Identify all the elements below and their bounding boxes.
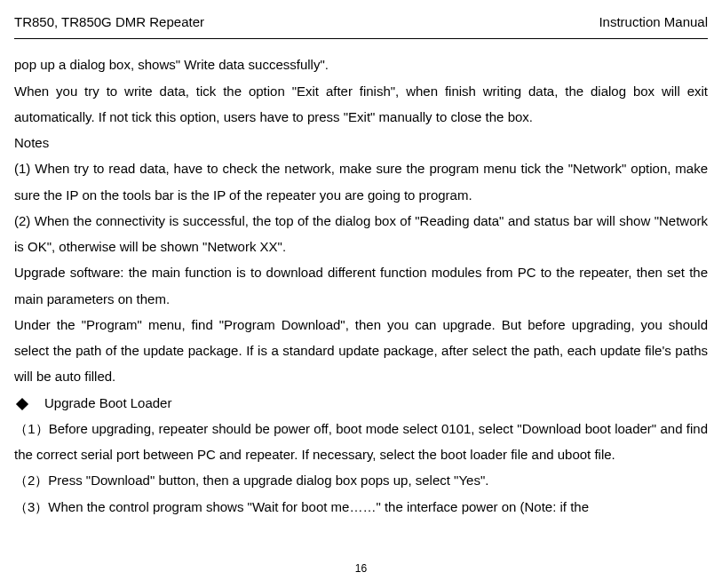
header-right: Instruction Manual [599,9,708,35]
page-number: 16 [0,559,722,579]
paragraph: Upgrade software: the main function is t… [14,259,708,312]
paragraph: When you try to write data, tick the opt… [14,78,708,131]
paragraph: Notes [14,130,708,155]
diamond-bullet-icon [16,397,28,409]
paragraph: （3）When the control program shows "Wait … [14,494,708,520]
page-container: TR850, TR850G DMR Repeater Instruction M… [0,0,722,520]
page-header: TR850, TR850G DMR Repeater Instruction M… [14,9,708,35]
bullet-label: Upgrade Boot Loader [44,390,171,416]
header-left: TR850, TR850G DMR Repeater [14,9,204,35]
paragraph: (1) When try to read data, have to check… [14,155,708,208]
header-divider [14,38,708,39]
paragraph: Under the "Program" menu, find "Program … [14,312,708,390]
paragraph: （1）Before upgrading, repeater should be … [14,416,708,468]
paragraph: (2) When the connectivity is successful,… [14,208,708,260]
paragraph: （2）Press "Download" button, then a upgra… [14,467,708,493]
body-text: pop up a dialog box, shows" Write data s… [14,52,708,520]
bullet-item: Upgrade Boot Loader [14,390,708,416]
paragraph: pop up a dialog box, shows" Write data s… [14,52,708,77]
